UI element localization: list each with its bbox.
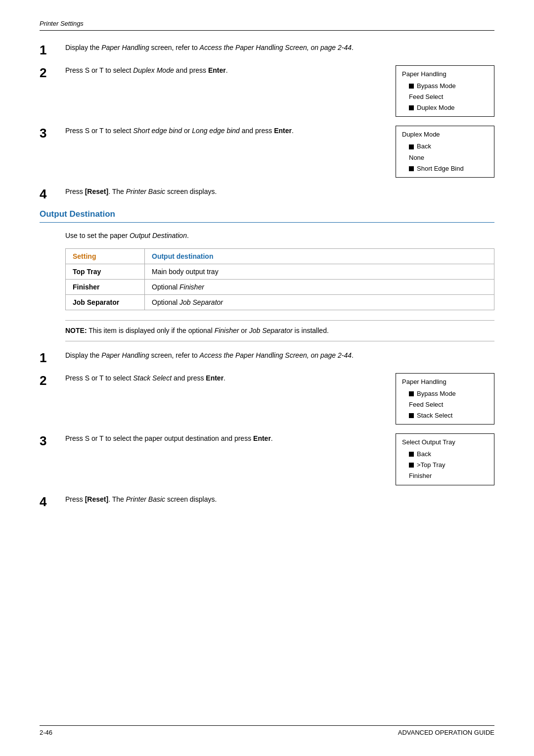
table-header-output: Output destination	[145, 248, 494, 264]
menu-item-label: >Top Tray	[417, 460, 445, 471]
step-1-number: 1	[40, 44, 57, 56]
s2-step-3-number: 3	[40, 434, 57, 447]
step-2-number: 2	[40, 66, 57, 79]
s2-step-1-block: 1 Display the Paper Handling screen, ref…	[40, 350, 494, 364]
step-1-block: 1 Display the Paper Handling screen, ref…	[40, 43, 494, 56]
s2-step-3-menu: Select Output Tray Back >Top Tray	[396, 433, 494, 485]
header-title: Printer Settings	[40, 20, 84, 27]
menu-item-label: None	[409, 152, 424, 163]
menu-item-label: Back	[417, 449, 431, 460]
s2-step-3-text: Press S or T to select the paper output …	[65, 433, 384, 444]
step-3-text: Press S or T to select Short edge bind o…	[65, 126, 384, 136]
step-3-menu: Duplex Mode Back None Short Edge Bind	[396, 126, 494, 177]
menu-item-label: Stack Select	[417, 410, 452, 421]
s2-step-3-content: Press S or T to select the paper output …	[65, 433, 494, 485]
page: Printer Settings 1 Display the Paper Han…	[0, 0, 534, 756]
note-box: NOTE: This item is displayed only if the…	[65, 320, 494, 341]
step-4-number: 4	[40, 188, 57, 200]
menu-item: None	[409, 152, 488, 163]
menu-item: >Top Tray	[409, 460, 488, 471]
menu-item: Back	[409, 449, 488, 460]
s2-step-2-text: Press S or T to select Stack Select and …	[65, 373, 384, 383]
step-3-block: 3 Press S or T to select Short edge bind…	[40, 126, 494, 177]
menu-item-label: Feed Select	[409, 92, 443, 102]
menu-item-label: Short Edge Bind	[417, 163, 464, 174]
menu-item-label: Finisher	[409, 471, 432, 481]
footer-right: ADVANCED OPERATION GUIDE	[398, 729, 494, 736]
bullet-icon	[409, 144, 414, 149]
step-2-text: Press S or T to select Duplex Mode and p…	[65, 65, 384, 76]
menu-title: Select Output Tray	[402, 437, 488, 448]
menu-title: Paper Handling	[402, 377, 488, 387]
bullet-icon	[409, 452, 414, 457]
table-cell-setting: Job Separator	[66, 294, 145, 310]
menu-item-label: Back	[417, 141, 431, 152]
menu-item-label: Bypass Mode	[417, 81, 456, 92]
menu-item: Stack Select	[409, 410, 488, 421]
bullet-icon	[409, 391, 414, 396]
bullet-icon	[409, 84, 414, 89]
table-header-setting: Setting	[66, 248, 145, 264]
s2-step-4-number: 4	[40, 495, 57, 508]
menu-item: Duplex Mode	[409, 102, 488, 113]
s2-step-2-block: 2 Press S or T to select Stack Select an…	[40, 373, 494, 425]
menu-item-label: Bypass Mode	[417, 388, 456, 399]
menu-title: Paper Handling	[402, 69, 488, 80]
footer: 2-46 ADVANCED OPERATION GUIDE	[40, 725, 494, 736]
section-heading: Output Destination	[40, 209, 494, 219]
table-cell-output: Main body output tray	[145, 264, 494, 279]
s2-step-4-content: Press [Reset]. The Printer Basic screen …	[65, 494, 494, 505]
bullet-selected-icon	[409, 105, 414, 110]
step-4-block: 4 Press [Reset]. The Printer Basic scree…	[40, 187, 494, 200]
menu-item: Bypass Mode	[409, 81, 488, 92]
step-2-block: 2 Press S or T to select Duplex Mode and…	[40, 65, 494, 117]
s2-step-4-block: 4 Press [Reset]. The Printer Basic scree…	[40, 494, 494, 508]
table-row: Top Tray Main body output tray	[66, 264, 494, 279]
header: Printer Settings	[40, 20, 494, 31]
section-intro: Use to set the paper Output Destination.	[65, 232, 494, 239]
menu-item: Feed Select	[409, 92, 488, 102]
step-4-text: Press [Reset]. The Printer Basic screen …	[65, 187, 494, 197]
section2: Output Destination Use to set the paper …	[40, 209, 494, 508]
settings-table: Setting Output destination Top Tray Main…	[65, 248, 494, 310]
step-2-menu: Paper Handling Bypass Mode Feed Select D…	[396, 65, 494, 117]
table-cell-setting: Top Tray	[66, 264, 145, 279]
s2-step-1-number: 1	[40, 351, 57, 364]
s2-step-3-block: 3 Press S or T to select the paper outpu…	[40, 433, 494, 485]
step-1-text: Display the Paper Handling screen, refer…	[65, 43, 494, 53]
s2-step-1-content: Display the Paper Handling screen, refer…	[65, 350, 494, 361]
menu-item: Bypass Mode	[409, 388, 488, 399]
section2-steps: 1 Display the Paper Handling screen, ref…	[40, 350, 494, 508]
bullet-selected-icon	[409, 166, 414, 171]
bullet-selected-icon	[409, 413, 414, 418]
table-row: Job Separator Optional Job Separator	[66, 294, 494, 310]
menu-item-label: Feed Select	[409, 399, 443, 410]
step-4-content: Press [Reset]. The Printer Basic screen …	[65, 187, 494, 197]
menu-item: Feed Select	[409, 399, 488, 410]
table-cell-output: Optional Finisher	[145, 279, 494, 294]
bullet-selected-icon	[409, 463, 414, 468]
footer-left: 2-46	[40, 729, 52, 736]
menu-item: Finisher	[409, 471, 488, 481]
menu-title: Duplex Mode	[402, 129, 488, 140]
s2-step-2-number: 2	[40, 374, 57, 387]
section1-steps: 1 Display the Paper Handling screen, ref…	[40, 43, 494, 200]
s2-step-1-text: Display the Paper Handling screen, refer…	[65, 350, 494, 361]
table-cell-output: Optional Job Separator	[145, 294, 494, 310]
table-row: Finisher Optional Finisher	[66, 279, 494, 294]
step-1-content: Display the Paper Handling screen, refer…	[65, 43, 494, 53]
s2-step-4-text: Press [Reset]. The Printer Basic screen …	[65, 494, 494, 505]
menu-item: Short Edge Bind	[409, 163, 488, 174]
step-2-content: Press S or T to select Duplex Mode and p…	[65, 65, 494, 117]
menu-item: Back	[409, 141, 488, 152]
step-3-number: 3	[40, 127, 57, 140]
table-cell-setting: Finisher	[66, 279, 145, 294]
step-3-content: Press S or T to select Short edge bind o…	[65, 126, 494, 177]
s2-step-2-content: Press S or T to select Stack Select and …	[65, 373, 494, 425]
menu-item-label: Duplex Mode	[417, 102, 455, 113]
section-divider	[40, 222, 494, 223]
s2-step-2-menu: Paper Handling Bypass Mode Feed Select	[396, 373, 494, 425]
